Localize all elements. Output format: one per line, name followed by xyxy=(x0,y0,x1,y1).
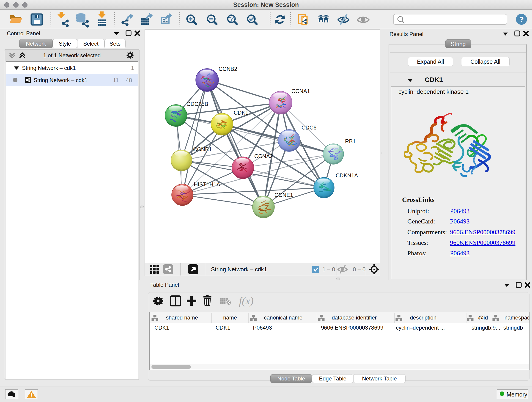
svg-text:CCNB1: CCNB1 xyxy=(193,146,212,153)
svg-text:CCNA1: CCNA1 xyxy=(291,88,310,94)
svg-text:@id: @id xyxy=(478,314,488,321)
svg-text:CDKN1A: CDKN1A xyxy=(336,172,358,179)
svg-text:HIST1H1A: HIST1H1A xyxy=(194,181,220,187)
svg-text:CDK1: CDK1 xyxy=(234,109,248,116)
svg-text:database identifier: database identifier xyxy=(332,314,377,321)
svg-text:shared name: shared name xyxy=(166,314,198,321)
svg-text:CDC6: CDC6 xyxy=(302,124,317,131)
svg-text:description: description xyxy=(410,314,437,321)
svg-text:RB1: RB1 xyxy=(345,138,356,144)
svg-text:canonical name: canonical name xyxy=(264,314,302,321)
svg-text:CDC25B: CDC25B xyxy=(186,101,208,107)
svg-text:namespace: namespace xyxy=(505,314,530,321)
svg-text:f(x): f(x) xyxy=(239,295,254,307)
svg-text:name: name xyxy=(223,314,237,321)
svg-text:1 – 0: 1 – 0 xyxy=(322,266,335,273)
svg-text:CCNE1: CCNE1 xyxy=(274,192,293,198)
svg-text:CCNB2: CCNB2 xyxy=(219,66,237,72)
svg-text:CCNA2: CCNA2 xyxy=(254,153,273,159)
svg-text:String Network – cdk1: String Network – cdk1 xyxy=(211,266,267,273)
svg-text:0 – 0: 0 – 0 xyxy=(353,266,366,273)
